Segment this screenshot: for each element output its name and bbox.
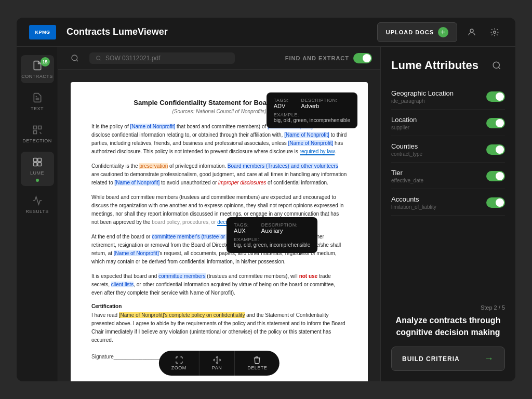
delete-button[interactable]: DELETE xyxy=(235,351,280,376)
sidebar-item-lume[interactable]: LUME xyxy=(21,152,54,186)
logo: KPMG xyxy=(29,25,56,39)
results-icon xyxy=(31,194,44,207)
pan-button[interactable]: PAN xyxy=(200,351,235,376)
svg-point-12 xyxy=(72,55,77,61)
sidebar-item-lume-label: LUME xyxy=(30,170,44,176)
attribute-tier-toggle[interactable] xyxy=(486,171,505,181)
sidebar-item-results-label: RESULTS xyxy=(25,209,48,214)
highlight-nonprofit-5: [Name of Nonprofit] xyxy=(114,180,159,185)
lume-icon xyxy=(31,156,44,168)
upload-plus-icon: + xyxy=(438,27,448,37)
svg-rect-11 xyxy=(37,163,41,166)
panel-title-prefix: Lume xyxy=(391,59,424,72)
highlight-required: required by law xyxy=(300,149,335,155)
panel-search-icon[interactable] xyxy=(488,57,505,74)
document-area: SOW 03112021.pdf FIND AND EXTRACT Tags: xyxy=(58,47,380,381)
sidebar-item-text[interactable]: TEXT xyxy=(21,87,54,115)
attribute-tier: Tier effective_date xyxy=(391,164,505,189)
highlight-nonprofit-1: [Name of Nonprofit] xyxy=(130,124,175,129)
app-title-bold: LumeViewer xyxy=(113,26,168,37)
svg-rect-5 xyxy=(33,126,36,129)
attribute-list: Geographic Location ide_paragraph Locati… xyxy=(391,84,505,296)
svg-point-16 xyxy=(493,62,499,68)
attribute-geo-name: Geographic Location xyxy=(391,89,454,97)
right-panel: Lume Attributes Geographic Location ide_… xyxy=(380,47,515,381)
app-title: Contracts LumeViewer xyxy=(66,26,377,37)
highlight-preservation: preservation xyxy=(139,163,168,169)
sidebar-item-contracts-label: CONTRACTS xyxy=(21,74,53,79)
attribute-accounts: Accounts limitation_of_liablity xyxy=(391,190,505,216)
panel-title: Lume Attributes xyxy=(391,59,478,72)
sidebar-item-detection[interactable]: DETECTION xyxy=(21,119,54,148)
svg-point-14 xyxy=(96,56,100,59)
attribute-geo-toggle[interactable] xyxy=(486,91,505,102)
delete-label: DELETE xyxy=(247,365,267,370)
highlight-nonprofit-6: [Name of Nonprofit] xyxy=(114,250,159,256)
tooltip-aux-tag-col: Tags: AUX xyxy=(234,222,249,234)
tooltip-description-label: Description: xyxy=(301,98,338,103)
find-extract-toggle: FIND AND EXTRACT xyxy=(285,53,372,63)
doc-paragraph-5: It is expected that board and committee … xyxy=(91,272,347,297)
highlight-not: not use xyxy=(299,273,318,279)
tooltip-aux-example-label: Example: xyxy=(234,237,310,242)
panel-header: Lume Attributes xyxy=(391,57,505,74)
logo-text: KPMG xyxy=(35,30,50,35)
user-icon[interactable] xyxy=(463,24,480,41)
search-input[interactable] xyxy=(105,55,229,62)
sidebar-item-text-label: TEXT xyxy=(31,106,44,111)
upload-docs-button[interactable]: UPLOAD DOCS + xyxy=(377,22,457,42)
step-indicator: Step 2 / 5 xyxy=(391,304,505,311)
text-icon xyxy=(31,91,44,104)
tooltip-adv: Tags: ADV Description: Adverb Example: b… xyxy=(267,92,357,128)
tooltip-description-label-2: Description: xyxy=(261,222,298,228)
main-content: 15 CONTRACTS TEXT DETECTION xyxy=(17,47,515,381)
highlight-policy: [Name of Nonprofit]'s complete policy on… xyxy=(119,312,245,318)
doc-bottom-bar: ZOOM PAN DELETE xyxy=(159,351,280,376)
attribute-loc-name: Location xyxy=(391,116,417,124)
sidebar-item-results[interactable]: RESULTS xyxy=(21,190,54,218)
zoom-button[interactable]: ZOOM xyxy=(159,351,200,376)
nav-back-icon[interactable] xyxy=(66,50,83,66)
tooltip-adv-example-label: Example: xyxy=(274,112,350,117)
tooltip-tags-label: Tags: xyxy=(274,98,289,103)
app-window: KPMG Contracts LumeViewer UPLOAD DOCS + xyxy=(17,18,515,381)
zoom-icon xyxy=(175,356,183,364)
tooltip-adv-tag-col: Tags: ADV xyxy=(274,98,289,109)
find-extract-switch[interactable] xyxy=(353,53,372,63)
svg-line-15 xyxy=(100,59,101,60)
tooltip-aux-desc-col: Description: Auxiliary xyxy=(261,222,298,234)
certification-text: I have read [Name of Nonprofit]'s comple… xyxy=(91,311,347,344)
attribute-tier-type: effective_date xyxy=(391,178,423,183)
find-extract-label: FIND AND EXTRACT xyxy=(285,55,349,61)
contracts-badge: 15 xyxy=(41,57,50,66)
doc-content: Tags: ADV Description: Adverb Example: b… xyxy=(58,70,380,381)
attribute-accounts-info: Accounts limitation_of_liablity xyxy=(391,195,436,210)
tooltip-aux-tag: AUX xyxy=(234,228,249,234)
sidebar-item-contracts[interactable]: 15 CONTRACTS xyxy=(21,55,54,83)
attribute-accounts-toggle[interactable] xyxy=(486,197,505,208)
highlight-nonprofit-4: [Name of Nonprofit] xyxy=(288,140,334,146)
settings-icon[interactable] xyxy=(486,24,503,41)
attribute-counties-name: Counties xyxy=(391,142,422,150)
tooltip-aux: Tags: AUX Description: Auxiliary Example… xyxy=(227,217,317,253)
attribute-accounts-name: Accounts xyxy=(391,195,436,203)
attribute-counties-info: Counties contract_type xyxy=(391,142,422,157)
app-title-prefix: Contracts xyxy=(66,26,113,37)
tooltip-adv-example: big, old, green, incomprehensible xyxy=(274,117,350,123)
svg-point-0 xyxy=(470,29,473,32)
attribute-tier-name: Tier xyxy=(391,169,423,177)
build-criteria-button[interactable]: BUILD CRITERIA → xyxy=(391,347,505,371)
detection-icon xyxy=(31,124,44,136)
attribute-loc-toggle[interactable] xyxy=(486,118,505,128)
attribute-counties-toggle[interactable] xyxy=(486,144,505,155)
cta-text: Analyze contracts through cognitive deci… xyxy=(391,315,505,338)
delete-icon xyxy=(253,356,261,364)
search-icon xyxy=(96,55,101,61)
highlight-board-policy: board policy, procedures, or decisions xyxy=(152,219,239,226)
tooltip-aux-example: big, old, green, incomprehensible xyxy=(234,242,310,248)
lume-active-dot xyxy=(36,179,39,182)
highlight-improper: improper disclosures xyxy=(218,180,266,185)
highlight-client-lists: client lists xyxy=(111,282,134,287)
attribute-loc-info: Location supplier xyxy=(391,116,417,130)
tooltip-adv-tag: ADV xyxy=(274,103,289,109)
